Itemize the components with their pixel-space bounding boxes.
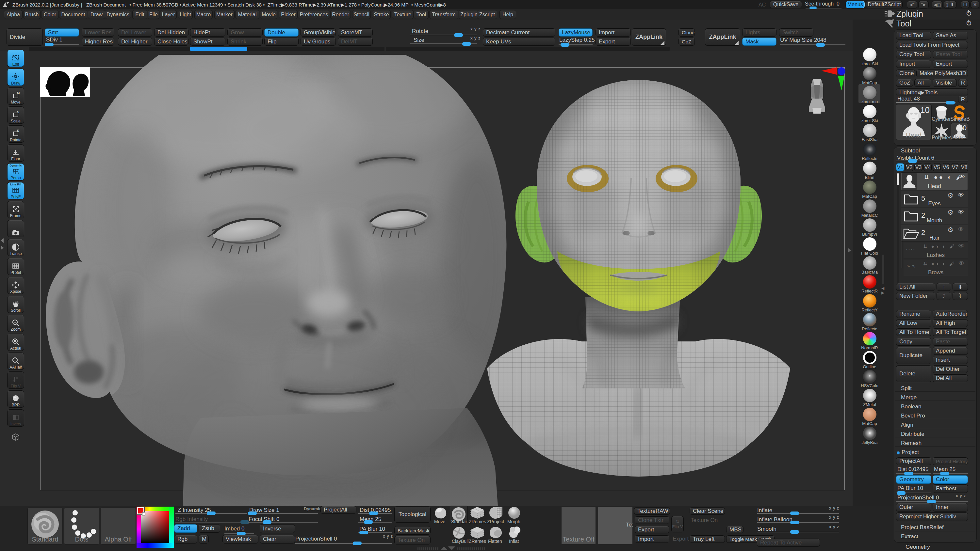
svg-text:R: R: [17, 129, 20, 133]
svg-text:S: S: [17, 110, 19, 114]
svg-text:M: M: [17, 91, 20, 95]
